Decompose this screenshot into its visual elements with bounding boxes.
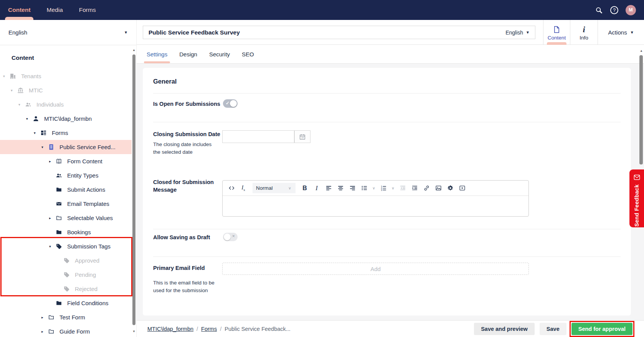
tree-item-mtic[interactable]: ▾MTIC: [0, 83, 132, 97]
ordered-list-button[interactable]: 123: [379, 183, 388, 193]
scroll-up-icon[interactable]: ▲: [132, 48, 136, 52]
tab-seo[interactable]: SEO: [242, 45, 254, 63]
nav-item-media[interactable]: Media: [39, 0, 71, 20]
tree-item-public-service-feed[interactable]: ▾Public Service Feed...: [0, 140, 132, 154]
scroll-down-icon[interactable]: ▼: [132, 330, 136, 333]
actions-dropdown[interactable]: Actions ▼: [598, 20, 644, 45]
scroll-up-icon[interactable]: ▲: [639, 49, 644, 53]
search-icon[interactable]: [595, 6, 603, 14]
envelope-icon: [56, 201, 62, 207]
clear-formatting-button[interactable]: Ix: [239, 183, 248, 193]
tree-item-email-templates[interactable]: Email Templates: [0, 197, 132, 211]
caret-down-icon[interactable]: ▾: [34, 131, 40, 135]
caret-down-icon[interactable]: ▾: [18, 102, 25, 107]
tree-item-label: Pending: [75, 271, 96, 278]
bold-button[interactable]: B: [300, 183, 309, 193]
nav-item-content[interactable]: Content: [0, 0, 39, 20]
caret-down-icon[interactable]: ▾: [26, 117, 33, 121]
tab-security[interactable]: Security: [209, 45, 230, 63]
image-button[interactable]: [434, 183, 443, 193]
align-left-button[interactable]: [324, 183, 333, 193]
people-icon: [56, 172, 62, 179]
caret-right-icon[interactable]: ▸: [49, 216, 56, 220]
tree-item-selectable-values[interactable]: ▸Selectable Values: [0, 211, 132, 225]
nav-item-forms[interactable]: Forms: [71, 0, 104, 20]
folder-outline-icon: [56, 215, 62, 221]
form-icon: [48, 144, 54, 150]
code-button[interactable]: [227, 183, 236, 193]
language-selector[interactable]: English ▼: [0, 20, 136, 45]
footer-bar: MTIC\ldap_formbn/Forms/Public Service Fe…: [137, 320, 644, 337]
save-and-preview-button[interactable]: Save and preview: [474, 323, 535, 335]
caret-down-icon[interactable]: ▾: [49, 244, 56, 248]
unordered-list-button[interactable]: [360, 183, 369, 193]
format-select[interactable]: Normal∨: [253, 183, 296, 193]
tree-item-rejected[interactable]: Rejected: [0, 282, 132, 296]
send-feedback-button[interactable]: Send Feedback: [629, 169, 644, 227]
help-icon[interactable]: ?: [610, 6, 618, 14]
tree-item-submission-tags[interactable]: ▾Submission Tags: [0, 239, 132, 253]
indent-button[interactable]: [410, 183, 419, 193]
tab-settings[interactable]: Settings: [147, 45, 167, 63]
tree-item-forms[interactable]: ▾Forms: [0, 126, 132, 140]
align-right-icon: [349, 185, 356, 191]
main-scrollbar-thumb[interactable]: [639, 55, 643, 164]
tree-item-submit-actions[interactable]: Submit Actions: [0, 182, 132, 197]
sidebar: English ▼ Content ▾Tenants▾MTIC▾Individu…: [0, 20, 137, 337]
sidebar-scrollbar[interactable]: ▲ ▼: [132, 48, 136, 337]
send-feedback-label: Send Feedback: [634, 184, 640, 227]
document-title-input[interactable]: Public Service Feedback Survey English ▼: [143, 26, 535, 39]
link-button[interactable]: [422, 183, 431, 193]
tree-item-guide-form[interactable]: ▸Guide Form: [0, 324, 132, 337]
tree-item-label: Entity Types: [67, 172, 98, 179]
breadcrumb-mtic-ldap-formbn[interactable]: MTIC\ldap_formbn: [147, 326, 193, 332]
rich-text-editor: IxNormal∨BI∨123∨: [222, 180, 529, 217]
caret-right-icon[interactable]: ▸: [49, 159, 56, 163]
caret-right-icon[interactable]: ▸: [41, 315, 48, 319]
align-right-button[interactable]: [348, 183, 357, 193]
title-language-dropdown[interactable]: English ▼: [505, 30, 530, 36]
tree-item-entity-types[interactable]: Entity Types: [0, 168, 132, 182]
document-header: Public Service Feedback Survey English ▼…: [137, 20, 644, 45]
chevron-down-icon[interactable]: ∨: [391, 186, 395, 190]
tree-item-field-conditions[interactable]: Field Conditions: [0, 296, 132, 310]
building-icon: [10, 73, 16, 79]
breadcrumb: MTIC\ldap_formbn/Forms/Public Service Fe…: [147, 326, 291, 332]
tree-item-approved[interactable]: Approved: [0, 253, 132, 268]
tree-item-label: Rejected: [75, 286, 97, 292]
save-button[interactable]: Save: [540, 323, 566, 335]
avatar[interactable]: M: [626, 5, 636, 15]
caret-down-icon[interactable]: ▾: [3, 74, 10, 78]
tag-icon: [56, 243, 62, 250]
calendar-icon: 14: [299, 133, 306, 140]
tree-item-test-form[interactable]: ▸Test Form: [0, 310, 132, 324]
editor-content[interactable]: [223, 196, 528, 216]
is-open-toggle[interactable]: ✓: [223, 99, 238, 108]
app-tab-content[interactable]: Content: [543, 20, 570, 45]
tree-item-individuals[interactable]: ▾Individuals: [0, 97, 132, 112]
caret-down-icon[interactable]: ▾: [11, 88, 17, 92]
sidebar-scrollbar-thumb[interactable]: [132, 54, 135, 325]
calendar-button[interactable]: 14: [294, 130, 310, 143]
allow-draft-toggle[interactable]: ×: [223, 233, 238, 241]
app-tab-info[interactable]: i Info: [570, 20, 598, 45]
embed-video-button[interactable]: [457, 183, 467, 193]
align-center-button[interactable]: [336, 183, 345, 193]
tree-item-bookings[interactable]: Bookings: [0, 225, 132, 239]
outdent-button[interactable]: [398, 183, 407, 193]
caret-right-icon[interactable]: ▸: [41, 329, 48, 334]
italic-button[interactable]: I: [312, 183, 321, 193]
tab-design[interactable]: Design: [179, 45, 197, 63]
caret-down-icon[interactable]: ▾: [41, 145, 48, 149]
settings-button[interactable]: [446, 183, 455, 193]
people-icon: [25, 101, 31, 108]
breadcrumb-forms[interactable]: Forms: [201, 326, 217, 332]
primary-email-add-button[interactable]: Add: [222, 263, 529, 275]
tree-item-tenants[interactable]: ▾Tenants: [0, 69, 132, 83]
tree-item-mtic-ldap-formbn[interactable]: ▾MTIC\ldap_formbn: [0, 112, 132, 126]
send-for-approval-button[interactable]: Send for approval: [571, 323, 632, 335]
tree-item-pending[interactable]: Pending: [0, 268, 132, 282]
closing-date-input[interactable]: [222, 130, 294, 143]
chevron-down-icon[interactable]: ∨: [372, 186, 376, 190]
tree-item-form-content[interactable]: ▸Form Content: [0, 154, 132, 168]
